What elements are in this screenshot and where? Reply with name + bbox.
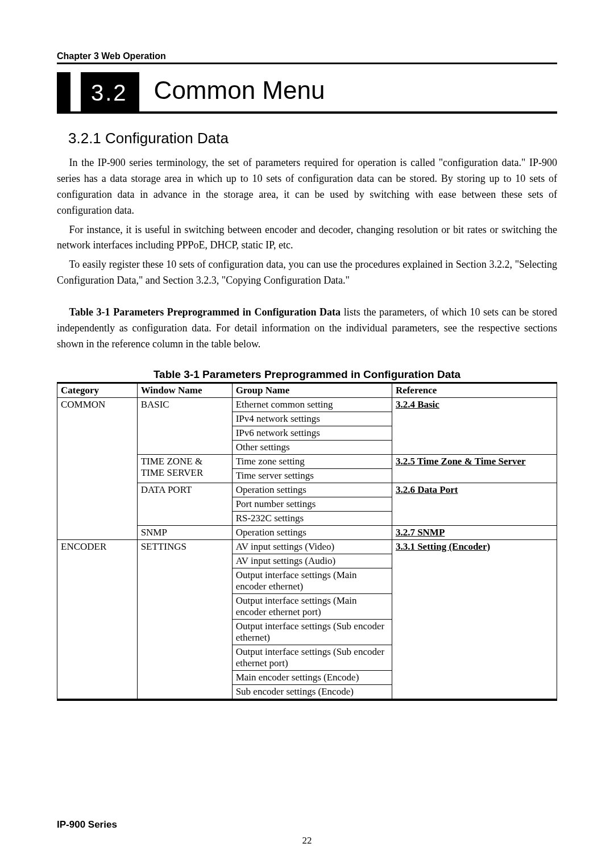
cell-group: Time server settings [232,468,392,483]
paragraph-2-text: For instance, it is useful in switching … [57,224,557,251]
cell-group: Ethernet common setting [232,397,392,412]
col-window: Window Name [137,384,232,398]
ref-link-timezone[interactable]: 3.2.5 Time Zone & Time Server [396,456,526,467]
parameters-table: Category Window Name Group Name Referenc… [57,384,557,699]
table-row: ENCODER SETTINGS AV input settings (Vide… [57,539,557,554]
section-heading: 3.2 Common Menu [57,72,557,114]
paragraph-4-boldref: Table 3-1 Parameters Preprogrammed in Co… [69,306,341,318]
table-caption: Table 3-1 Parameters Preprogrammed in Co… [57,368,557,381]
cell-group: AV input settings (Video) [232,539,392,554]
cell-category-encoder: ENCODER [57,539,138,699]
cell-group: RS-232C settings [232,511,392,525]
paragraph-2: For instance, it is useful in switching … [57,222,557,254]
section-number: 3.2 [81,72,139,111]
cell-ref-basic: 3.2.4 Basic [392,397,557,454]
cell-category-common: COMMON [57,397,138,539]
cell-group: Operation settings [232,525,392,539]
page: Chapter 3 Web Operation 3.2 Common Menu … [0,0,614,868]
cell-group: Time zone setting [232,454,392,468]
paragraph-3-text: To easily register these 10 sets of conf… [57,259,557,286]
cell-group: IPv6 network settings [232,426,392,440]
cell-group: Other settings [232,440,392,454]
footer-series: IP-900 Series [57,819,557,830]
table-header-row: Category Window Name Group Name Referenc… [57,384,557,398]
cell-ref-timezone: 3.2.5 Time Zone & Time Server [392,454,557,483]
ref-link-dataport[interactable]: 3.2.6 Data Port [396,484,458,495]
paragraph-4: Table 3-1 Parameters Preprogrammed in Co… [57,305,557,352]
cell-group: IPv4 network settings [232,412,392,426]
section-title: Common Menu [154,72,325,111]
ref-link-snmp[interactable]: 3.2.7 SNMP [396,527,445,538]
chapter-header: Chapter 3 Web Operation [57,51,557,64]
cell-ref-encoder: 3.3.1 Setting (Encoder) [392,539,557,699]
cell-window-snmp: SNMP [137,525,232,539]
col-reference: Reference [392,384,557,398]
subsection-title: 3.2.1 Configuration Data [68,130,557,147]
cell-window-basic: BASIC [137,397,232,454]
cell-group: Operation settings [232,483,392,497]
col-category: Category [57,384,138,398]
cell-group: AV input settings (Audio) [232,554,392,568]
table-row: COMMON BASIC Ethernet common setting 3.2… [57,397,557,412]
cell-group: Output interface settings (Sub encoder e… [232,619,392,645]
cell-window-timezone: TIME ZONE & TIME SERVER [137,454,232,483]
cell-group: Output interface settings (Main encoder … [232,568,392,593]
section-stripe [57,72,70,111]
cell-group: Port number settings [232,497,392,511]
table-wrap: Category Window Name Group Name Referenc… [57,382,557,701]
cell-ref-dataport: 3.2.6 Data Port [392,483,557,525]
footer-page-number: 22 [57,835,557,846]
cell-window-settings: SETTINGS [137,539,232,699]
ref-link-encoder[interactable]: 3.3.1 Setting (Encoder) [396,541,490,552]
cell-group: Sub encoder settings (Encode) [232,684,392,699]
cell-group: Output interface settings (Main encoder … [232,593,392,619]
paragraph-3: To easily register these 10 sets of conf… [57,257,557,289]
cell-ref-snmp: 3.2.7 SNMP [392,525,557,539]
footer: IP-900 Series 22 [57,819,557,846]
cell-group: Main encoder settings (Encode) [232,670,392,684]
paragraph-1-text: In the IP-900 series terminology, the se… [57,157,557,216]
col-group: Group Name [232,384,392,398]
ref-link-basic[interactable]: 3.2.4 Basic [396,399,439,410]
cell-group: Output interface settings (Sub encoder e… [232,645,392,670]
paragraph-1: In the IP-900 series terminology, the se… [57,155,557,219]
cell-window-dataport: DATA PORT [137,483,232,525]
